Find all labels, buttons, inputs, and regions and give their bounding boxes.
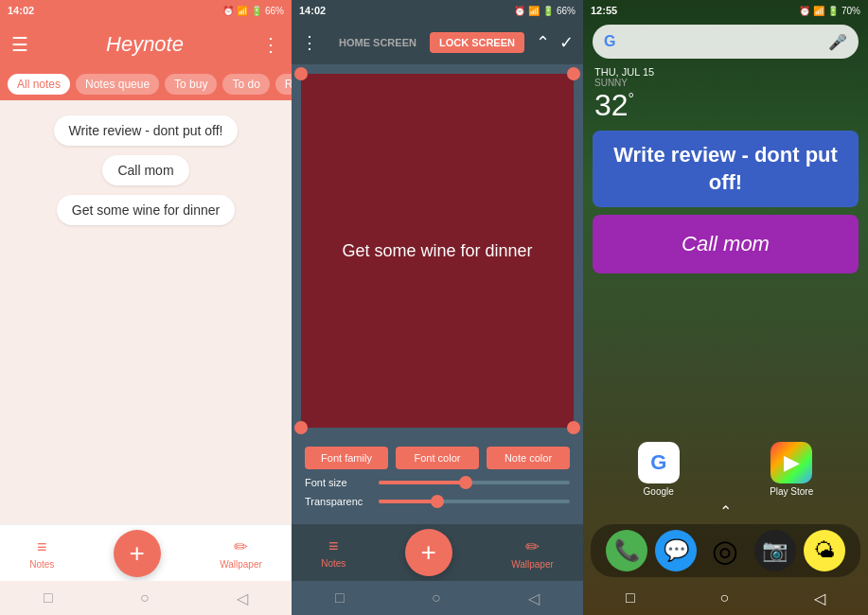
mic-icon[interactable]: 🎤: [828, 33, 847, 51]
note-item-2[interactable]: Get some wine for dinner: [57, 195, 235, 225]
chevron-up-icon[interactable]: ⌃: [719, 502, 732, 520]
dock-phone-icon[interactable]: 📞: [606, 530, 647, 571]
resize-handle-tl[interactable]: [294, 67, 308, 80]
google-search-bar[interactable]: G 🎤: [593, 25, 859, 59]
square-nav[interactable]: □: [44, 589, 53, 606]
font-size-thumb[interactable]: [459, 476, 472, 489]
note-color-btn[interactable]: Note color: [487, 447, 570, 469]
more-vertical-icon[interactable]: ⋮: [301, 32, 318, 53]
transparency-thumb[interactable]: [431, 495, 444, 508]
notes-icon-2: ≡: [328, 536, 339, 556]
nav-notes-2[interactable]: ≡ Notes: [321, 536, 345, 569]
add-note-button-2[interactable]: +: [405, 529, 452, 576]
note-item-0[interactable]: Write review - dont put off!: [54, 115, 239, 146]
hamburger-icon[interactable]: ☰: [11, 33, 28, 56]
editor-toolbar: ⋮ HOME SCREEN LOCK SCREEN ⌃ ✓: [292, 21, 583, 64]
status-icons-3: ⏰ 📶 🔋 70%: [799, 6, 860, 16]
status-icons-2: ⏰ 📶 🔋 66%: [514, 6, 576, 16]
nav-wallpaper-2[interactable]: ✏ Wallpaper: [511, 536, 554, 570]
bottom-bar-2: ≡ Notes + ✏ Wallpaper: [292, 524, 583, 581]
square-nav-2[interactable]: □: [335, 589, 345, 606]
date-line: THU, JUL 15: [594, 66, 857, 78]
transparency-label: Transparenc: [305, 496, 371, 507]
check-icon[interactable]: ✓: [559, 32, 574, 53]
status-bar-2: 14:02 ⏰ 📶 🔋 66%: [292, 0, 583, 21]
resize-handle-br[interactable]: [567, 421, 580, 434]
dock-weather-icon[interactable]: 🌤: [804, 530, 845, 571]
battery-text: 66%: [265, 6, 284, 16]
alarm-icon-2: ⏰: [514, 6, 525, 16]
app-drawer-handle[interactable]: ⌃: [583, 502, 868, 524]
playstore-app-label: Play Store: [770, 486, 813, 497]
nav-wallpaper-label-2: Wallpaper: [511, 559, 554, 570]
back-nav-2[interactable]: ◁: [528, 589, 540, 607]
back-nav[interactable]: ◁: [237, 589, 248, 607]
widget-review[interactable]: Write review - dont put off!: [593, 131, 859, 207]
add-note-button[interactable]: +: [114, 530, 161, 577]
control-row-buttons: Font family Font color Note color: [305, 447, 570, 469]
dock-messages-icon[interactable]: 💬: [655, 530, 697, 571]
tab-notes-queue[interactable]: Notes queue: [76, 74, 159, 95]
status-bar-3: 12:55 ⏰ 📶 🔋 70%: [583, 0, 868, 21]
nav-notes-label: Notes: [29, 559, 54, 570]
chevron-up-icon[interactable]: ⌃: [536, 32, 550, 53]
lock-screen-tab[interactable]: LOCK SCREEN: [430, 32, 524, 53]
status-bar-1: 14:02 ⏰ 📶 🔋 66%: [0, 0, 292, 21]
tab-remember[interactable]: Remember: [275, 74, 292, 95]
widget-callmom[interactable]: Call mom: [593, 215, 859, 273]
square-nav-3[interactable]: □: [626, 589, 635, 606]
home-screen-tab[interactable]: HOME SCREEN: [329, 32, 426, 53]
note-item-1[interactable]: Call mom: [102, 155, 188, 185]
circle-nav-2[interactable]: ○: [432, 589, 441, 606]
nav-wallpaper-label: Wallpaper: [220, 559, 262, 570]
status-time-3: 12:55: [591, 5, 617, 16]
app-title: Heynote: [106, 32, 184, 57]
nav-notes[interactable]: ≡ Notes: [29, 537, 54, 570]
font-family-btn[interactable]: Font family: [305, 447, 388, 469]
widget-editor-panel: 14:02 ⏰ 📶 🔋 66% ⋮ HOME SCREEN LOCK SCREE…: [292, 0, 583, 615]
bottom-dock: 📞 💬 ◎ 📷 🌤: [591, 524, 860, 577]
status-icons-1: ⏰ 📶 🔋 66%: [222, 6, 284, 16]
font-color-btn[interactable]: Font color: [396, 447, 479, 469]
transparency-slider[interactable]: [379, 500, 570, 503]
dock-camera-icon[interactable]: 📷: [754, 530, 796, 571]
google-app-icon[interactable]: G: [638, 442, 680, 483]
playstore-app-icon[interactable]: ▶: [771, 442, 812, 483]
circle-nav[interactable]: ○: [140, 589, 150, 606]
font-size-slider[interactable]: [379, 481, 570, 484]
control-row-transparency: Transparenc: [305, 496, 570, 507]
battery-text-2: 66%: [557, 6, 576, 16]
temperature-display: 32°: [594, 88, 857, 123]
editor-controls: Font family Font color Note color Font s…: [292, 437, 583, 524]
nav-bar-3: □ ○ ◁: [583, 581, 868, 615]
resize-handle-bl[interactable]: [294, 421, 308, 434]
resize-handle-tr[interactable]: [567, 67, 580, 80]
tab-bar-1: All notes Notes queue To buy To do Remem…: [0, 68, 292, 100]
more-icon[interactable]: ⋮: [261, 33, 280, 56]
wallpaper-icon-2: ✏: [525, 536, 540, 557]
back-nav-3[interactable]: ◁: [814, 589, 825, 607]
wifi-icon-3: 🔋: [827, 6, 839, 16]
app-google[interactable]: G Google: [638, 442, 680, 497]
widget-preview-text: Get some wine for dinner: [323, 222, 551, 280]
app-playstore[interactable]: ▶ Play Store: [770, 442, 813, 497]
battery-text-3: 70%: [841, 6, 860, 16]
font-color-label: Font color: [415, 452, 461, 464]
widget-preview-area[interactable]: Get some wine for dinner: [301, 74, 574, 428]
google-logo: G: [604, 33, 615, 50]
tab-all-notes[interactable]: All notes: [8, 74, 70, 95]
font-size-label: Font size: [305, 477, 371, 488]
editor-actions: ⌃ ✓: [536, 32, 574, 53]
wallpaper-icon: ✏: [234, 536, 248, 557]
dock-chrome-icon[interactable]: ◎: [704, 530, 746, 571]
nav-wallpaper[interactable]: ✏ Wallpaper: [220, 536, 262, 570]
nav-notes-label-2: Notes: [321, 558, 345, 569]
widget-callmom-text: Call mom: [682, 232, 770, 256]
home-screen-panel: 12:55 ⏰ 📶 🔋 70% G 🎤 THU, JUL 15 SUNNY 32…: [583, 0, 868, 615]
circle-nav-3[interactable]: ○: [719, 589, 729, 606]
tab-to-do[interactable]: To do: [222, 74, 269, 95]
tab-to-buy[interactable]: To buy: [165, 74, 217, 95]
alarm-icon-3: ⏰: [799, 6, 810, 16]
wifi-icon: 🔋: [251, 6, 262, 16]
signal-icon-3: 📶: [813, 6, 824, 16]
